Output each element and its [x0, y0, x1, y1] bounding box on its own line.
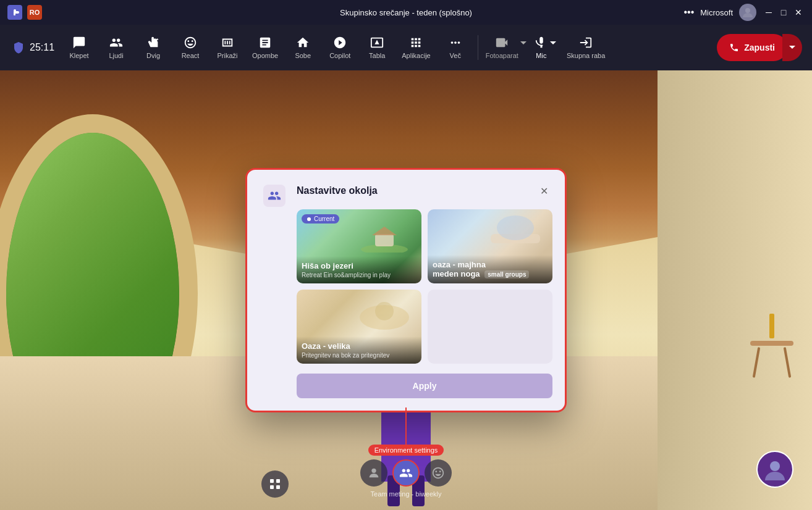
grid-button[interactable]: [261, 470, 289, 498]
svg-point-10: [375, 302, 394, 320]
toolbar-chat-button[interactable]: Klepet: [62, 29, 96, 66]
end-call-button[interactable]: Zapusti: [717, 34, 787, 61]
apply-button[interactable]: Apply: [297, 374, 552, 398]
svg-point-15: [371, 469, 376, 473]
environment-settings-button[interactable]: [392, 459, 420, 487]
user-badge: RO: [27, 5, 42, 20]
env-card-hisa-desc: Retreat Ein so&amplizing in play: [302, 272, 417, 278]
toolbar-more-button[interactable]: Več: [438, 29, 473, 66]
window-controls: ─ □ ✕: [763, 6, 805, 19]
titlebar-right: ••• Microsoft ─ □ ✕: [683, 4, 805, 21]
teams-logo: [7, 5, 22, 20]
toolbar-apps-button[interactable]: Aplikacije: [397, 29, 435, 66]
env-card-oaza-majhna-name: oaza - majhna meden noga small groups: [433, 260, 548, 278]
bottom-bar: Environment settings: [360, 445, 452, 498]
toolbar-separator: [478, 35, 478, 60]
current-badge: Current: [302, 214, 339, 224]
svg-rect-12: [276, 479, 280, 483]
minimize-button[interactable]: ─: [763, 6, 775, 19]
shield-icon: [10, 39, 27, 56]
modal-environment-icon: [263, 185, 285, 207]
bottom-icons: [360, 459, 452, 487]
titlebar-avatar: [739, 4, 756, 21]
emoji-button[interactable]: [425, 459, 452, 487]
svg-marker-6: [372, 227, 397, 235]
env-settings-label: Environment settings: [368, 445, 444, 456]
titlebar: RO Skupinsko srečanje - teden (splošno) …: [0, 0, 812, 25]
svg-point-8: [497, 215, 534, 240]
toolbar-camera-button[interactable]: Fotoaparat: [483, 29, 530, 66]
toolbar-rooms-button[interactable]: Sobe: [285, 29, 320, 66]
end-call-container: Zapusti: [712, 34, 802, 61]
env-card-oaza-majhna-info: oaza - majhna meden noga small groups: [428, 255, 552, 283]
env-card-hisa-info: Hiša ob jezeri Retreat Ein so&amplizing …: [297, 256, 421, 283]
svg-rect-5: [375, 234, 394, 246]
env-card-oaza-majhna[interactable]: oaza - majhna meden noga small groups: [428, 209, 552, 283]
toolbar-copilot-button[interactable]: Copilot: [323, 29, 357, 66]
meeting-label: Team meting - biweekly: [371, 490, 442, 498]
main-content: Nastavitve okolja ✕ Current Hiša ob jeze…: [0, 70, 812, 510]
environment-grid: Current Hiša ob jezeri Retreat Ein so&am…: [297, 209, 552, 364]
modal-main-content: Nastavitve okolja ✕ Current Hiša ob jeze…: [297, 182, 552, 398]
toolbar-view-button[interactable]: Prikaži: [210, 29, 245, 66]
modal-header: Nastavitve okolja ✕: [297, 182, 552, 199]
maximize-button[interactable]: □: [777, 6, 790, 19]
titlebar-title: Skupinsko srečanje - teden (splošno): [340, 8, 472, 17]
titlebar-brand: Microsoft: [700, 8, 733, 17]
toolbar-notes-button[interactable]: Opombe: [247, 29, 283, 66]
svg-rect-14: [276, 485, 280, 489]
env-card-empty: [428, 290, 552, 364]
toolbar-react-button[interactable]: React: [173, 29, 208, 66]
mic-icon-btn[interactable]: Mic: [535, 36, 548, 59]
env-card-oaza-velika-desc: Pritegnitev na bok za pritegnitev: [302, 352, 417, 359]
env-card-hisa[interactable]: Current Hiša ob jezeri Retreat Ein so&am…: [297, 209, 421, 283]
modal-title: Nastavitve okolja: [297, 185, 378, 196]
call-timer: 25:11: [30, 42, 54, 53]
env-card-hisa-name: Hiša ob jezeri: [302, 261, 417, 270]
toolbar-people-button[interactable]: Ljudi: [99, 29, 133, 66]
avatar-settings-button[interactable]: [360, 459, 387, 487]
end-call-dropdown[interactable]: [782, 34, 802, 61]
svg-point-1: [745, 8, 750, 13]
camera-icon-btn[interactable]: Fotoaparat: [486, 36, 518, 59]
env-card-tag: small groups: [484, 270, 529, 278]
svg-rect-0: [14, 11, 15, 15]
toolbar-raise-hand-button[interactable]: Dvig: [136, 29, 171, 66]
titlebar-more[interactable]: •••: [683, 7, 694, 18]
modal-left-panel: [260, 182, 289, 398]
svg-rect-13: [270, 485, 274, 489]
titlebar-left: RO: [7, 5, 42, 20]
environment-settings-modal: Nastavitve okolja ✕ Current Hiša ob jeze…: [245, 168, 567, 412]
modal-close-button[interactable]: ✕: [535, 182, 552, 199]
connector-line: [405, 408, 407, 445]
close-button[interactable]: ✕: [792, 6, 805, 19]
toolbar: 25:11 Klepet Ljudi Dvig React Prikaži Op…: [0, 25, 812, 70]
env-card-oaza-velika-info: Oaza - velika Pritegnitev na bok za prit…: [297, 337, 421, 364]
toolbar-mic-button[interactable]: Mic: [532, 29, 559, 66]
env-card-oaza-velika[interactable]: Oaza - velika Pritegnitev na bok za prit…: [297, 290, 421, 364]
svg-rect-11: [270, 479, 274, 483]
env-card-oaza-velika-name: Oaza - velika: [302, 341, 417, 351]
toolbar-whiteboard-button[interactable]: Tabla: [360, 29, 394, 66]
svg-point-3: [307, 217, 311, 221]
toolbar-share-button[interactable]: Skupna raba: [562, 29, 610, 66]
